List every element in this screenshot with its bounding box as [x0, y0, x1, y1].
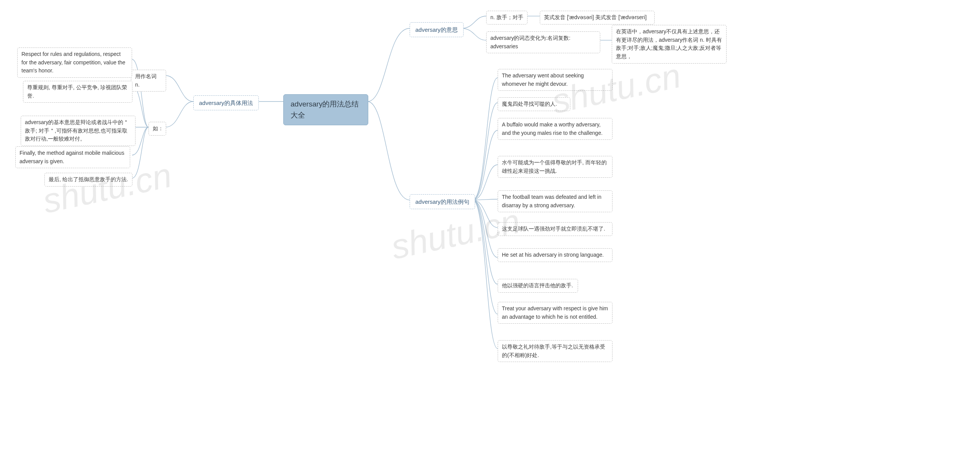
leaf-text: Finally, the method against mobile malic… [20, 149, 126, 165]
branch-meaning[interactable]: adversary的意思 [410, 22, 464, 37]
leaf-text: 尊重规则, 尊重对手, 公平竞争, 珍视团队荣誉. [27, 84, 128, 100]
leaf-text: 用作名词 n. [135, 72, 162, 89]
leaf-example[interactable]: A buffalo would make a worthy adversary,… [498, 118, 612, 140]
leaf-text: The football team was defeated and left … [502, 193, 608, 210]
leaf-example[interactable]: 他以强硬的语言抨击他的敌手. [498, 279, 578, 293]
leaf-usage-noun[interactable]: 用作名词 n. [131, 70, 166, 92]
leaf-meaning-extended[interactable]: 在英语中，adversary不仅具有上述意思，还有更详尽的用法，adversar… [612, 25, 727, 64]
branch-usage-label: adversary的具体用法 [199, 98, 253, 107]
leaf-meaning-inflection[interactable]: adversary的词态变化为:名词复数: adversaries [486, 31, 600, 53]
leaf-text: 在英语中，adversary不仅具有上述意思，还有更详尽的用法，adversar… [616, 28, 722, 61]
leaf-text: He set at his adversary in strong langua… [502, 251, 604, 259]
mindmap-canvas: adversary的用法总结大全 adversary的意思 n. 敌手；对手 英… [0, 0, 980, 475]
leaf-example[interactable]: The football team was defeated and left … [498, 190, 612, 212]
leaf-usage-desc[interactable]: adversary的基本意思是辩论或者战斗中的＂敌手; 对手＂,可指怀有敌对思想… [21, 116, 136, 146]
leaf-example[interactable]: Treat your adversary with respect is giv… [498, 302, 612, 324]
leaf-meaning-pos[interactable]: n. 敌手；对手 [486, 11, 528, 25]
leaf-usage-item[interactable]: 尊重规则, 尊重对手, 公平竞争, 珍视团队荣誉. [23, 81, 132, 103]
leaf-text: 英式发音 ['ædvəsəri] 美式发音 ['ædvərseri] [544, 13, 647, 22]
branch-examples[interactable]: adversary的用法例句 [410, 194, 475, 209]
leaf-text: 水牛可能成为一个值得尊敬的对手, 而年轻的雄性起来迎接这一挑战. [502, 159, 608, 175]
root-node[interactable]: adversary的用法总结大全 [283, 94, 368, 125]
leaf-example[interactable]: 这支足球队一遇强劲对手就立即溃乱不堪了. [498, 222, 612, 236]
leaf-usage-eg[interactable]: 如： [149, 122, 166, 136]
leaf-example[interactable]: 魔鬼四处寻找可噬的人. [498, 97, 570, 111]
leaf-example[interactable]: 以尊敬之礼对待敌手,等于与之以无资格承受的(不相称)好处. [498, 340, 612, 362]
leaf-example[interactable]: 水牛可能成为一个值得尊敬的对手, 而年轻的雄性起来迎接这一挑战. [498, 156, 612, 178]
leaf-text: 最后, 给出了抵御恶意敌手的方法. [49, 175, 128, 184]
leaf-text: 如： [153, 124, 163, 133]
leaf-text: 这支足球队一遇强劲对手就立即溃乱不堪了. [502, 225, 605, 233]
leaf-text: 以尊敬之礼对待敌手,等于与之以无资格承受的(不相称)好处. [502, 343, 608, 359]
root-label: adversary的用法总结大全 [291, 98, 361, 121]
leaf-example[interactable]: The adversary went about seeking whomeve… [498, 69, 612, 91]
leaf-usage-item[interactable]: 最后, 给出了抵御恶意敌手的方法. [44, 173, 132, 187]
branch-meaning-label: adversary的意思 [415, 25, 458, 34]
leaf-usage-item[interactable]: Finally, the method against mobile malic… [15, 146, 130, 168]
leaf-text: 魔鬼四处寻找可噬的人. [502, 100, 557, 108]
leaf-text: 他以强硬的语言抨击他的敌手. [502, 282, 573, 290]
leaf-meaning-pron[interactable]: 英式发音 ['ædvəsəri] 美式发音 ['ædvərseri] [540, 11, 655, 25]
leaf-text: The adversary went about seeking whomeve… [502, 72, 608, 88]
branch-usage[interactable]: adversary的具体用法 [193, 95, 259, 110]
branch-examples-label: adversary的用法例句 [415, 197, 469, 206]
leaf-text: n. 敌手；对手 [490, 13, 523, 22]
leaf-usage-item[interactable]: Respect for rules and regulations, respe… [17, 48, 132, 78]
leaf-text: Respect for rules and regulations, respe… [21, 50, 128, 75]
leaf-text: Treat your adversary with respect is giv… [502, 305, 608, 321]
leaf-text: adversary的词态变化为:名词复数: adversaries [490, 34, 596, 51]
leaf-example[interactable]: He set at his adversary in strong langua… [498, 248, 612, 262]
leaf-text: adversary的基本意思是辩论或者战斗中的＂敌手; 对手＂,可指怀有敌对思想… [25, 118, 131, 143]
leaf-text: A buffalo would make a worthy adversary,… [502, 121, 608, 137]
